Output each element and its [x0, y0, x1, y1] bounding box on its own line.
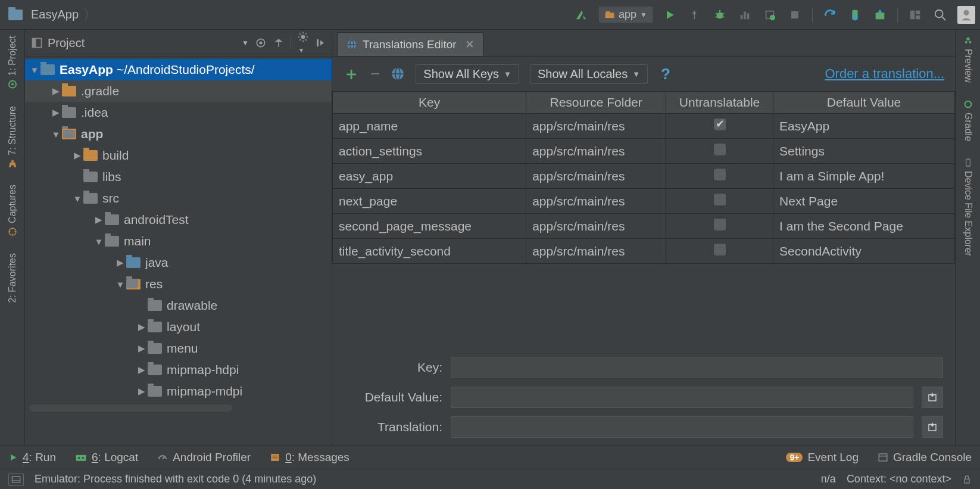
apply-changes-icon[interactable] [687, 7, 703, 23]
table-row[interactable]: app_nameapp/src/main/resEasyApp [333, 114, 955, 139]
sync-gradle-icon[interactable] [822, 7, 838, 23]
table-row[interactable]: next_pageapp/src/main/resNext Page [333, 189, 955, 214]
gutter-preview[interactable]: Preview [963, 36, 973, 83]
cell-default-value[interactable]: Next Page [773, 189, 955, 214]
project-tree[interactable]: ▼ EasyApp ~/AndroidStudioProjects/ ▶ .gr… [25, 57, 332, 445]
tree-item-libs[interactable]: ▶ libs [25, 166, 332, 188]
cell-default-value[interactable]: Settings [773, 139, 955, 164]
cell-folder[interactable]: app/src/main/res [526, 189, 666, 214]
chevron-right-icon[interactable]: ▶ [136, 386, 148, 397]
cell-default-value[interactable]: EasyApp [773, 114, 955, 139]
cell-key[interactable]: action_settings [333, 139, 526, 164]
status-na[interactable]: n/a [821, 473, 836, 485]
hide-icon[interactable] [315, 37, 326, 49]
avd-manager-icon[interactable] [847, 7, 863, 23]
cell-folder[interactable]: app/src/main/res [526, 139, 666, 164]
cell-folder[interactable]: app/src/main/res [526, 214, 666, 239]
chevron-down-icon[interactable]: ▼ [114, 279, 126, 289]
chevron-right-icon[interactable]: ▶ [50, 107, 62, 118]
chevron-down-icon[interactable]: ▼ [29, 65, 40, 75]
tree-item-src[interactable]: ▼ src [25, 188, 332, 209]
checkbox[interactable] [713, 118, 726, 131]
table-row[interactable]: action_settingsapp/src/main/resSettings [333, 139, 955, 164]
cell-key[interactable]: title_activity_second [333, 239, 526, 264]
bottom-messages[interactable]: 0: Messages [270, 451, 349, 464]
tree-item-drawable[interactable]: ▶ drawable [25, 295, 332, 316]
cell-folder[interactable]: app/src/main/res [526, 114, 666, 139]
gutter-favorites[interactable]: 2: Favorites [7, 253, 18, 303]
status-context[interactable]: Context: <no context> [847, 473, 951, 485]
gear-icon[interactable]: ▼ [297, 31, 309, 55]
lock-icon[interactable] [962, 474, 972, 485]
tree-item-java[interactable]: ▶ java [25, 252, 332, 273]
attach-debugger-icon[interactable] [762, 7, 778, 23]
chevron-down-icon[interactable]: ▼ [71, 194, 83, 204]
expand-default-button[interactable] [922, 387, 943, 408]
chevron-right-icon[interactable]: ▶ [136, 322, 148, 332]
chevron-right-icon[interactable]: ▶ [50, 86, 62, 96]
table-row[interactable]: easy_appapp/src/main/resI am a Simple Ap… [333, 164, 955, 189]
cell-key[interactable]: easy_app [333, 164, 526, 189]
cell-untranslatable[interactable] [666, 114, 773, 139]
gutter-captures[interactable]: Captures [7, 185, 18, 236]
tree-item-mipmap-hdpi[interactable]: ▶ mipmap-hdpi [25, 359, 332, 381]
run-config-selector[interactable]: app ▼ [599, 7, 653, 23]
col-defval[interactable]: Default Value [773, 92, 955, 114]
cell-key[interactable]: next_page [333, 189, 526, 214]
tree-item-idea[interactable]: ▶ .idea [25, 102, 332, 123]
tree-root[interactable]: ▼ EasyApp ~/AndroidStudioProjects/ [25, 59, 332, 80]
translation-input[interactable] [451, 416, 913, 438]
table-row[interactable]: title_activity_secondapp/src/main/resSec… [333, 239, 955, 264]
expand-translation-button[interactable] [922, 416, 943, 438]
keys-filter-combo[interactable]: Show All Keys▼ [416, 64, 519, 84]
stop-button[interactable] [787, 7, 803, 23]
table-row[interactable]: second_page_messageapp/src/main/resI am … [333, 214, 955, 239]
cell-folder[interactable]: app/src/main/res [526, 239, 666, 264]
tool-window-toggle-icon[interactable] [8, 473, 24, 486]
chevron-right-icon[interactable]: ▶ [114, 257, 126, 268]
key-input[interactable] [451, 357, 943, 378]
help-icon[interactable]: ? [661, 65, 670, 83]
cell-untranslatable[interactable] [666, 139, 773, 164]
tree-item-res[interactable]: ▼ res [25, 273, 332, 295]
add-key-button[interactable]: ＋ [343, 63, 360, 85]
checkbox[interactable] [713, 143, 726, 156]
make-project-icon[interactable] [574, 7, 589, 23]
checkbox[interactable] [713, 243, 726, 256]
caret-down-icon[interactable]: ▼ [242, 39, 249, 47]
cell-default-value[interactable]: SecondActivity [773, 239, 955, 264]
debug-button[interactable] [712, 7, 728, 23]
tree-item-main[interactable]: ▼ main [25, 231, 332, 252]
tree-item-app[interactable]: ▼ app [25, 123, 332, 145]
target-icon[interactable] [255, 37, 267, 49]
checkbox[interactable] [713, 168, 726, 181]
bottom-run[interactable]: 4: Run [8, 451, 56, 464]
order-translation-link[interactable]: Order a translation... [825, 66, 944, 82]
chevron-right-icon[interactable]: ▶ [136, 343, 148, 354]
project-header-title[interactable]: Project [48, 36, 85, 50]
user-avatar-icon[interactable] [957, 6, 975, 24]
tree-item-menu[interactable]: ▶ menu [25, 338, 332, 359]
cell-untranslatable[interactable] [666, 164, 773, 189]
translations-table[interactable]: Key Resource Folder Untranslatable Defau… [332, 91, 955, 264]
cell-untranslatable[interactable] [666, 214, 773, 239]
cell-default-value[interactable]: I am the Second Page [773, 214, 955, 239]
col-key[interactable]: Key [333, 92, 526, 114]
chevron-down-icon[interactable]: ▼ [50, 129, 62, 139]
bottom-logcat[interactable]: 6: Logcat [75, 451, 138, 464]
checkbox[interactable] [713, 193, 726, 206]
search-everywhere-icon[interactable] [932, 7, 948, 23]
bottom-event-log[interactable]: 9+ Event Log [786, 451, 859, 464]
breadcrumb[interactable]: EasyApp 〉 [8, 6, 96, 24]
add-locale-button[interactable] [391, 67, 405, 81]
checkbox[interactable] [713, 218, 726, 231]
collapse-all-icon[interactable] [273, 37, 285, 49]
tree-item-layout[interactable]: ▶ layout [25, 316, 332, 338]
default-value-input[interactable] [451, 387, 913, 408]
cell-untranslatable[interactable] [666, 239, 773, 264]
horizontal-scrollbar[interactable] [30, 404, 232, 412]
cell-default-value[interactable]: I am a Simple App! [773, 164, 955, 189]
gutter-project[interactable]: 1: Project [7, 36, 18, 89]
col-folder[interactable]: Resource Folder [526, 92, 666, 114]
chevron-right-icon[interactable]: ▶ [93, 214, 105, 225]
